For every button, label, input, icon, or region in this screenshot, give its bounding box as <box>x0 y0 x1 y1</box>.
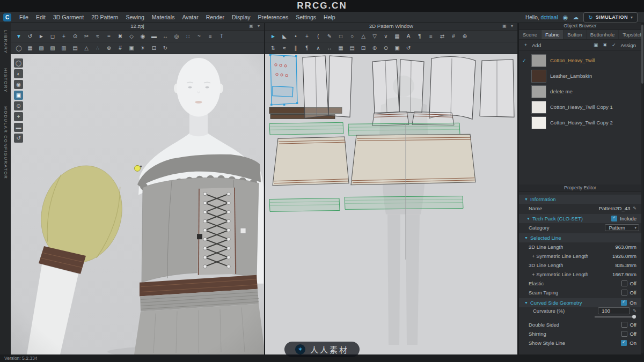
section-collapse-icon[interactable]: ▼ <box>524 236 528 240</box>
property-checkbox[interactable] <box>621 280 627 286</box>
gizmo-toggle-icon[interactable]: + <box>14 112 23 121</box>
buttonhole-tool-icon[interactable]: ∷ <box>182 32 193 41</box>
menu-item[interactable]: Display <box>228 14 254 20</box>
property-row[interactable]: ▼ Show Style Line On ▾ ✎ <box>519 338 641 348</box>
menu-item[interactable]: File <box>16 14 32 20</box>
select-move-tool-icon[interactable]: ► <box>36 32 47 41</box>
copy-icon[interactable]: ▣ <box>594 42 598 48</box>
simulation-button[interactable]: ↻ SIMULATION ▾ <box>583 12 638 23</box>
seam-allowance-tool-icon[interactable]: ▦ <box>392 32 402 41</box>
property-row[interactable]: ▼ 2D Line Length 963.0mm ▾ ✎ <box>519 242 641 252</box>
menu-item[interactable]: 3D Garment <box>49 14 87 20</box>
grading-tool-icon[interactable]: ≡ <box>426 32 436 41</box>
object-browser-tab[interactable]: Buttonhole <box>587 30 619 39</box>
rail-tab[interactable]: MODULAR CONFIGURATOR <box>3 106 8 179</box>
edit-point-tool-icon[interactable]: • <box>290 32 301 41</box>
fabric-item[interactable]: ✓ Cotton_Heavy_Twill <box>519 53 641 68</box>
show-avatar-toggle-icon[interactable]: ◯ <box>14 58 23 68</box>
measure-tool-icon[interactable]: ↔ <box>160 32 171 41</box>
assign-button[interactable]: Assign <box>620 42 636 48</box>
show-seam-allowance-icon[interactable]: ∥ <box>290 43 301 53</box>
property-row[interactable]: ▼ Name Pattern2D_43 ▾ ✎ <box>519 204 641 213</box>
box-select-tool-icon[interactable]: ◻ <box>47 32 58 41</box>
property-checkbox[interactable] <box>621 290 627 295</box>
property-checkbox[interactable] <box>621 340 627 346</box>
text-tool-icon[interactable]: A <box>403 32 414 41</box>
3d-viewport[interactable]: ◯◐◉▣⊙+▬↺ <box>11 54 264 354</box>
topstitch-tool-icon[interactable]: ~ <box>194 32 204 41</box>
show-sewing-lines-icon[interactable]: ≈ <box>279 43 290 53</box>
polygon-tool-icon[interactable]: △ <box>358 32 369 41</box>
segment-sewing-tool-icon[interactable]: = <box>104 32 114 41</box>
circle-tool-icon[interactable]: ○ <box>347 32 357 41</box>
texture-view-icon[interactable]: ▦ <box>335 43 346 53</box>
property-row[interactable]: ▼ Shirring Off ▾ ✎ <box>519 329 641 338</box>
fit-map-icon[interactable]: ▤ <box>70 43 80 53</box>
app-logo-icon[interactable]: C <box>3 13 11 21</box>
show-tape-toggle-icon[interactable]: ▬ <box>14 123 23 132</box>
strain-map-icon[interactable]: ▧ <box>47 43 58 53</box>
fabric-item[interactable]: ✓ Leather_Lambskin <box>519 68 641 84</box>
show-skin-offset-icon[interactable]: ◐ <box>14 69 23 78</box>
chevron-down-icon[interactable]: ▾ <box>631 15 633 20</box>
mesh-view-icon[interactable]: ▨ <box>36 43 47 53</box>
fabric-item[interactable]: ✓ Cotton_Heavy_Twill Copy 2 <box>519 115 641 130</box>
property-row[interactable]: ▼ Curved Side Geometry On ▾ ✎ <box>519 298 641 307</box>
trace-tool-icon[interactable]: ⇄ <box>437 32 448 41</box>
fabric-item[interactable]: ✓ delete me <box>519 84 641 99</box>
edit-pencil-icon[interactable]: ✎ <box>633 206 636 211</box>
property-row[interactable]: ▼ Tech Pack (CLO-SET) Include ▾ ✎ <box>519 214 641 223</box>
button-tool-icon[interactable]: ◎ <box>171 32 182 41</box>
fabric-swatch[interactable] <box>531 85 546 98</box>
rail-tab[interactable]: HISTORY <box>3 68 8 93</box>
zipper-tool-icon[interactable]: ≡ <box>205 32 216 41</box>
snap-toggle-icon[interactable]: ∧ <box>313 43 324 53</box>
fabric-swatch[interactable] <box>531 116 546 129</box>
object-browser-tab[interactable]: Scene <box>519 30 541 39</box>
menu-item[interactable]: Preferences <box>254 14 292 20</box>
3d-window-titlebar[interactable]: 12.zpj ▣ ▾ <box>11 23 264 31</box>
menu-item[interactable]: Edit <box>32 14 49 20</box>
property-row[interactable]: ▼ Category Pattern ▾ ✎ <box>519 223 641 232</box>
object-browser-tab[interactable]: Fabric <box>541 30 564 39</box>
render-style-icon[interactable]: ▣ <box>126 43 137 53</box>
pin-tool-icon[interactable]: ⊙ <box>70 32 80 41</box>
menu-item[interactable]: Render <box>202 14 228 20</box>
pattern-outline-icon[interactable]: ⊡ <box>358 43 369 53</box>
rail-tab[interactable]: LIBRARY <box>3 30 8 54</box>
panel-scrollbar[interactable] <box>641 24 643 353</box>
fold-arrangement-tool-icon[interactable]: ◇ <box>126 32 137 41</box>
2d-window-titlebar[interactable]: 2D Pattern Window ▣ ▾ <box>265 23 517 31</box>
2d-viewport[interactable] <box>265 54 517 354</box>
show-avatar-icon[interactable]: ◯ <box>13 43 24 53</box>
add-button[interactable]: Add <box>532 42 541 48</box>
show-arrangement-points-icon[interactable]: ◉ <box>14 80 23 89</box>
menu-item[interactable]: Materials <box>148 14 179 20</box>
reset-arrangement-icon[interactable]: ↺ <box>25 32 35 41</box>
3d-scene-canvas[interactable] <box>11 54 264 354</box>
scrollbar-thumb[interactable] <box>641 25 643 84</box>
section-collapse-icon[interactable]: ▼ <box>524 197 528 201</box>
show-garment-icon[interactable]: ▦ <box>25 43 35 53</box>
property-checkbox[interactable] <box>621 322 627 328</box>
window-control-icons[interactable]: ▣ ▾ <box>502 23 515 30</box>
stress-map-icon[interactable]: ▥ <box>58 43 69 53</box>
view-reset-icon[interactable]: ↺ <box>14 134 23 143</box>
fit-view-icon[interactable]: ▣ <box>392 43 402 53</box>
zoom-in-icon[interactable]: ⊕ <box>369 43 380 53</box>
property-row[interactable]: ▼ Elastic Off ▾ ✎ <box>519 279 641 288</box>
show-pins-toggle-icon[interactable]: ⊙ <box>14 101 23 110</box>
reset-2d-view-icon[interactable]: ↺ <box>403 43 414 53</box>
edit-pattern-tool-icon[interactable]: ◣ <box>279 32 290 41</box>
curvature-slider[interactable] <box>533 314 636 320</box>
show-grid-2d-icon[interactable]: # <box>448 32 459 41</box>
transform-pattern-tool-icon[interactable]: ► <box>268 32 279 41</box>
section-collapse-icon[interactable]: ▼ <box>526 217 530 220</box>
property-row[interactable]: ▼ + Symmetric Line Length 1926.0mm ▾ ✎ <box>519 252 641 261</box>
rectangle-tool-icon[interactable]: □ <box>335 32 346 41</box>
fabric-swatch[interactable] <box>531 70 546 83</box>
window-control-icons[interactable]: ▣ ▾ <box>249 23 261 30</box>
pressure-map-icon[interactable]: △ <box>81 43 92 53</box>
ruler-icon[interactable]: ↔ <box>324 43 335 53</box>
property-row[interactable]: ▼ Information ▾ ✎ <box>519 195 641 204</box>
